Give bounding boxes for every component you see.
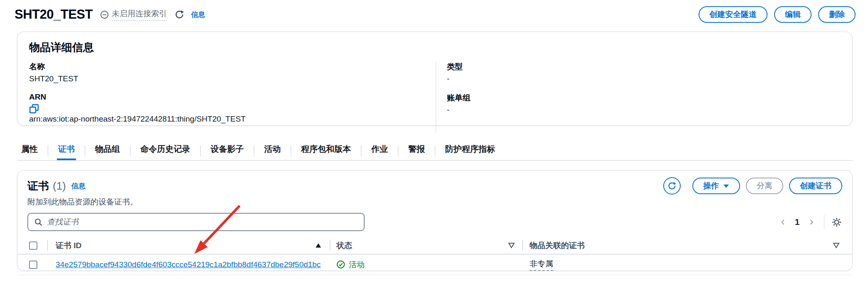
thing-details-card: 物品详细信息 名称 SHT20_TEST ARN arn:aws:iot:ap-… — [17, 32, 853, 126]
details-heading: 物品详细信息 — [29, 40, 841, 55]
billing-group-value: - — [447, 105, 841, 115]
page-title: SHT20_TEST — [15, 7, 93, 22]
header-info-link[interactable]: 信息 — [191, 10, 205, 20]
current-page-number[interactable]: 1 — [795, 217, 799, 227]
name-field: 名称 SHT20_TEST — [29, 61, 436, 83]
select-all-cell — [17, 237, 47, 254]
create-certificate-button[interactable]: 创建证书 — [789, 178, 842, 194]
type-label: 类型 — [447, 61, 841, 72]
settings-gear-icon[interactable] — [831, 217, 842, 228]
status-active-icon — [336, 260, 345, 269]
association-header-label: 物品关联的证书 — [530, 240, 585, 251]
status-text: 活动 — [349, 259, 365, 270]
details-right-column: 类型 - 账单组 - — [436, 61, 841, 133]
index-status-text: 未启用连接索引 — [112, 8, 167, 21]
status-cell: 活动 — [330, 259, 522, 270]
tab-divider — [291, 145, 291, 156]
tab-divider — [254, 145, 254, 156]
select-all-checkbox[interactable] — [29, 241, 37, 250]
edit-button[interactable]: 编辑 — [774, 6, 812, 23]
certificates-actions: 操作 分离 创建证书 — [663, 177, 842, 195]
table-header-row: 证书 ID 状态 物品关联的证书 — [17, 237, 852, 254]
tab-command-history[interactable]: 命令历史记录 — [139, 144, 191, 160]
delete-button[interactable]: 删除 — [818, 6, 856, 23]
certificates-table: 证书 ID 状态 物品关联的证书 — [17, 237, 852, 275]
row-select-cell — [17, 261, 47, 269]
create-secure-tunnel-button[interactable]: 创建安全隧道 — [699, 6, 767, 23]
filter-icon[interactable] — [833, 242, 840, 249]
copy-icon[interactable] — [29, 104, 436, 114]
tab-divider — [361, 145, 361, 156]
tab-divider — [435, 145, 435, 156]
certificate-id-cell: 34e2579bbacef94330d6fde4f603ccce54219c1a… — [47, 260, 330, 269]
tab-divider — [85, 145, 85, 156]
refresh-button[interactable] — [663, 177, 681, 195]
association-text: 非专属 — [530, 258, 553, 271]
arn-value: arn:aws:iot:ap-northeast-2:194722442811:… — [29, 115, 436, 124]
refresh-icon[interactable] — [174, 10, 184, 20]
tab-jobs[interactable]: 作业 — [370, 144, 389, 160]
search-input[interactable] — [47, 217, 358, 227]
table-row: 34e2579bbacef94330d6fde4f603ccce54219c1a… — [17, 254, 852, 275]
row-checkbox[interactable] — [29, 261, 37, 269]
tab-alarms[interactable]: 警报 — [407, 144, 426, 160]
details-grid: 名称 SHT20_TEST ARN arn:aws:iot:ap-northea… — [29, 61, 841, 133]
tab-certificates[interactable]: 证书 — [57, 144, 76, 160]
actions-dropdown-button[interactable]: 操作 — [692, 178, 740, 194]
column-header-certificate-id[interactable]: 证书 ID — [47, 237, 330, 254]
certificate-id-link[interactable]: 34e2579bbacef94330d6fde4f603ccce54219c1a… — [56, 260, 321, 269]
certificate-id-header-label: 证书 ID — [56, 240, 81, 251]
arn-label: ARN — [29, 93, 436, 102]
type-field: 类型 - — [447, 61, 841, 83]
search-icon — [34, 218, 43, 227]
detach-button[interactable]: 分离 — [746, 178, 783, 194]
certificates-panel-header: 证书 (1) 信息 操作 分离 创建证书 — [27, 177, 842, 195]
caret-down-icon — [723, 184, 729, 188]
tab-device-shadows[interactable]: 设备影子 — [209, 144, 245, 160]
certificates-description: 附加到此物品资源的设备证书。 — [27, 197, 842, 207]
tab-divider — [398, 145, 398, 156]
tab-defender-metrics[interactable]: 防护程序指标 — [444, 144, 496, 160]
filter-icon[interactable] — [508, 242, 515, 249]
billing-group-field: 账单组 - — [447, 93, 841, 115]
tab-bar: 属性 证书 物品组 命令历史记录 设备影子 活动 程序包和版本 作业 警报 防护… — [17, 141, 853, 161]
name-value: SHT20_TEST — [29, 74, 436, 83]
certificates-count: (1) — [53, 180, 66, 193]
arn-field: ARN arn:aws:iot:ap-northeast-2:194722442… — [29, 93, 436, 124]
tab-divider — [200, 145, 201, 156]
next-page-icon[interactable] — [806, 217, 817, 227]
pager-divider — [824, 215, 824, 229]
minus-circle-icon — [100, 10, 109, 19]
tab-thing-groups[interactable]: 物品组 — [94, 144, 121, 160]
certificates-panel: 证书 (1) 信息 操作 分离 创建证书 附加到此物品资源的设备证书。 — [17, 170, 853, 271]
previous-page-icon[interactable] — [778, 217, 788, 227]
tab-attributes[interactable]: 属性 — [20, 144, 39, 160]
tab-packages-versions[interactable]: 程序包和版本 — [300, 144, 352, 160]
page-header: SHT20_TEST 未启用连接索引 信息 创建安全隧道 编辑 删除 — [15, 5, 856, 24]
tab-divider — [48, 145, 48, 156]
certificates-info-link[interactable]: 信息 — [71, 181, 86, 191]
column-header-association[interactable]: 物品关联的证书 — [522, 237, 852, 254]
sort-ascending-icon[interactable] — [315, 243, 321, 248]
type-value: - — [447, 74, 841, 83]
details-left-column: 名称 SHT20_TEST ARN arn:aws:iot:ap-northea… — [29, 61, 436, 133]
pagination: 1 — [778, 215, 842, 229]
association-cell: 非专属 — [522, 258, 852, 271]
tab-divider — [130, 145, 130, 156]
column-header-status[interactable]: 状态 — [330, 237, 522, 254]
billing-group-label: 账单组 — [447, 93, 841, 103]
search-box[interactable] — [27, 213, 365, 231]
certificates-heading: 证书 — [27, 179, 49, 193]
aws-iot-thing-detail-page: SHT20_TEST 未启用连接索引 信息 创建安全隧道 编辑 删除 物品详细信… — [0, 0, 868, 295]
actions-dropdown-label: 操作 — [703, 180, 719, 191]
table-controls: 1 — [27, 213, 842, 231]
name-label: 名称 — [29, 61, 436, 72]
status-header-label: 状态 — [336, 240, 352, 251]
tab-activity[interactable]: 活动 — [263, 144, 282, 160]
index-status-chip: 未启用连接索引 — [100, 8, 167, 21]
